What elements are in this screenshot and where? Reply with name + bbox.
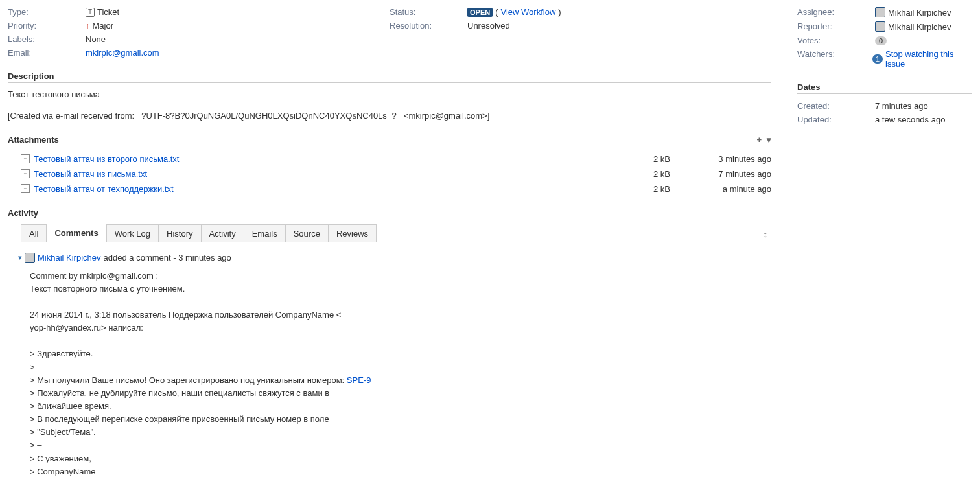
resolution-value: Unresolved: [467, 19, 510, 32]
type-value: Ticket: [97, 7, 119, 17]
comment-body: Comment by mkirpic@gmail.com :Текст повт…: [18, 263, 769, 490]
avatar-icon: [875, 21, 885, 32]
attachment-size: 2 kB: [618, 184, 670, 194]
watchers-label: Watchers:: [797, 47, 872, 71]
attachment-time: a minute ago: [674, 184, 771, 194]
resolution-label: Resolution:: [390, 19, 467, 32]
attachment-row: ≡Тестовый аттач от техподдержки.txt2 kBa…: [8, 181, 771, 196]
file-icon: ≡: [21, 169, 30, 178]
description-body: Текст тестового письма [Created via e-ma…: [8, 88, 771, 123]
watchers-badge: 1: [872, 54, 883, 64]
created-label: Created:: [797, 99, 875, 113]
tab-source[interactable]: Source: [285, 224, 329, 242]
file-icon: ≡: [21, 184, 30, 193]
attachment-menu-icon[interactable]: ▾: [767, 135, 771, 145]
updated-label: Updated:: [797, 113, 875, 126]
status-label: Status:: [390, 5, 467, 19]
attachment-link[interactable]: Тестовый аттач от техподдержки.txt: [34, 184, 614, 194]
labels-label: Labels:: [8, 32, 86, 46]
reporter-label: Reporter:: [797, 19, 875, 34]
avatar-icon: [875, 7, 885, 18]
tab-work-log[interactable]: Work Log: [106, 224, 159, 242]
activity-tabs: AllCommentsWork LogHistoryActivityEmails…: [8, 223, 771, 242]
view-workflow-link[interactable]: View Workflow: [501, 7, 556, 17]
attachment-link[interactable]: Тестовый аттач из второго письма.txt: [34, 154, 614, 164]
attachment-row: ≡Тестовый аттач из второго письма.txt2 k…: [8, 152, 771, 167]
details-panel: Type: T Ticket Status: OPEN (View Workfl…: [8, 5, 771, 60]
comment: ▾Mikhail Kirpichev added a comment - 3 m…: [8, 250, 771, 490]
dates-header: Dates: [797, 82, 972, 94]
avatar-icon: [25, 253, 35, 263]
reporter-value: Mikhail Kirpichev: [888, 22, 951, 32]
assignee-value: Mikhail Kirpichev: [888, 8, 951, 18]
attachment-row: ≡Тестовый аттач из письма.txt2 kB7 minut…: [8, 167, 771, 181]
issue-link[interactable]: SPE-9: [347, 375, 371, 385]
email-value-link[interactable]: mkirpic@gmail.com: [86, 48, 159, 58]
stop-watching-link[interactable]: Stop watching this issue: [885, 49, 972, 69]
tab-all[interactable]: All: [21, 224, 47, 242]
attachment-size: 2 kB: [618, 169, 670, 179]
tab-activity[interactable]: Activity: [201, 224, 244, 242]
type-label: Type:: [8, 5, 86, 19]
ticket-icon: T: [86, 8, 95, 17]
attachment-time: 3 minutes ago: [674, 154, 771, 164]
collapse-icon[interactable]: ▾: [18, 253, 22, 262]
assignee-label: Assignee:: [797, 5, 875, 19]
comment-meta: added a comment - 3 minutes ago: [104, 253, 231, 262]
sort-icon[interactable]: ↕: [760, 227, 772, 242]
activity-header: Activity: [8, 208, 771, 219]
attachment-time: 7 minutes ago: [674, 169, 771, 179]
status-badge: OPEN: [467, 8, 493, 17]
updated-value: a few seconds ago: [875, 113, 945, 126]
tab-reviews[interactable]: Reviews: [328, 224, 377, 242]
priority-value: Major: [93, 21, 114, 30]
email-label: Email:: [8, 46, 86, 60]
tab-history[interactable]: History: [158, 224, 201, 242]
votes-badge: 0: [875, 36, 887, 45]
labels-value: None: [86, 32, 106, 46]
created-value: 7 minutes ago: [875, 99, 928, 113]
priority-major-icon: ↑: [86, 21, 90, 30]
description-header: Description: [8, 71, 771, 83]
priority-label: Priority:: [8, 19, 86, 32]
attachment-add-icon[interactable]: +: [756, 135, 762, 145]
attachment-link[interactable]: Тестовый аттач из письма.txt: [34, 169, 614, 179]
comment-author-link[interactable]: Mikhail Kirpichev: [38, 253, 101, 262]
votes-label: Votes:: [797, 34, 875, 47]
attachment-size: 2 kB: [618, 154, 670, 164]
tab-emails[interactable]: Emails: [244, 224, 286, 242]
attachments-header: Attachments + ▾: [8, 135, 771, 146]
file-icon: ≡: [21, 154, 30, 163]
tab-comments[interactable]: Comments: [46, 224, 106, 242]
